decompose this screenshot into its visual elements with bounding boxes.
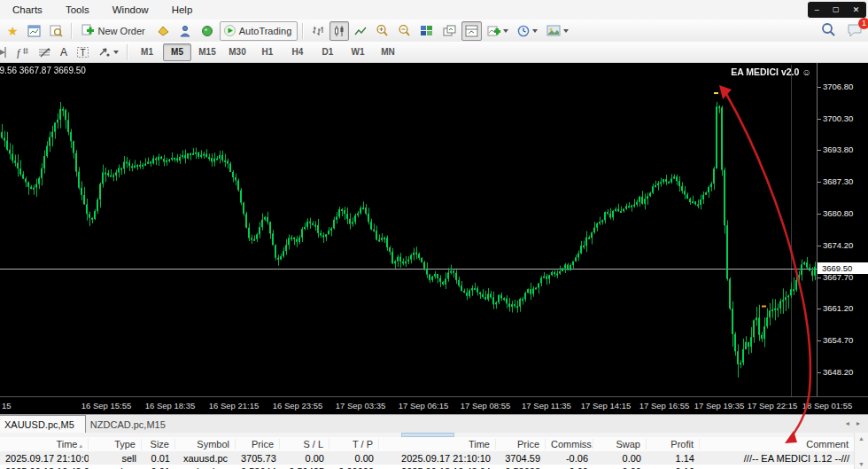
draw-lines-button[interactable] xyxy=(35,43,55,62)
table-cell: -0.06 xyxy=(546,453,593,464)
bar-chart-icon xyxy=(312,25,324,37)
zoom-out-button[interactable] xyxy=(394,21,415,41)
timeframe-m15[interactable]: M15 xyxy=(193,43,221,61)
table-cell: xauusd.pc xyxy=(175,453,236,464)
column-header[interactable]: T / P xyxy=(329,439,379,449)
column-header[interactable]: Symbol xyxy=(175,439,236,449)
time-tick: 18 Sep 01:55 xyxy=(802,401,853,410)
search-icon[interactable] xyxy=(821,22,836,37)
column-header[interactable]: Swap xyxy=(593,439,647,449)
vertical-scrollbar[interactable]: ▲▼ xyxy=(854,433,868,469)
menu-window[interactable]: Window xyxy=(112,4,149,15)
timeframe-d1[interactable]: D1 xyxy=(314,43,342,61)
table-cell: 2025.09.18 10:43:04 xyxy=(0,466,89,469)
timeframe-m5[interactable]: M5 xyxy=(163,43,191,61)
timeframe-h1[interactable]: H1 xyxy=(253,43,282,61)
navigator-person-icon xyxy=(179,25,192,37)
column-header[interactable]: Comment xyxy=(700,439,855,449)
chart-window-icon xyxy=(27,25,41,37)
clock-icon xyxy=(517,25,530,37)
toolbar-separator xyxy=(71,23,73,39)
navigator-button[interactable] xyxy=(175,21,196,41)
timeframe-m1[interactable]: M1 xyxy=(133,43,161,61)
chart-window-button[interactable] xyxy=(24,21,44,41)
column-header[interactable]: Price xyxy=(236,439,280,449)
table-cell: 0.01 xyxy=(142,453,175,464)
zoom-in-button[interactable] xyxy=(372,21,392,41)
timeframe-h4[interactable]: H4 xyxy=(283,43,312,61)
candlestick-chart-button[interactable] xyxy=(329,21,349,41)
column-header[interactable]: Time▴ xyxy=(0,439,89,449)
text-box-button[interactable]: T xyxy=(73,43,93,62)
column-header[interactable]: Time xyxy=(379,439,496,449)
tab-xauusd-pc-m5[interactable]: XAUUSD.pc,M5 xyxy=(0,415,86,434)
mt4-window: ChartsToolsWindowHelp – ▢ ✕ ★ New Order xyxy=(0,0,868,469)
time-tick: 17 Sep 22:15 xyxy=(748,401,798,410)
close-button[interactable]: ✕ xyxy=(853,6,860,14)
indicators-button[interactable] xyxy=(484,21,512,41)
autotrading-label: AutoTrading xyxy=(239,26,292,36)
column-header[interactable]: S / L xyxy=(280,439,329,449)
cascade-windows-button[interactable] xyxy=(439,21,460,41)
notifications-button[interactable]: 1 xyxy=(847,23,863,37)
chart-canvas[interactable] xyxy=(0,65,817,397)
column-header[interactable]: Size xyxy=(142,439,175,449)
table-cell: 3704.59 xyxy=(496,453,546,464)
favorites-button[interactable]: ★ xyxy=(4,21,22,41)
table-row[interactable]: 2025.09.17 21:10:00sell0.01xauusd.pc3705… xyxy=(0,451,855,465)
scroll-up-icon[interactable]: ▲ xyxy=(858,435,864,442)
column-header[interactable]: Profit xyxy=(647,439,700,449)
table-cell: 0.00 xyxy=(280,453,329,464)
drawing-toolbar: f A T M1M5M15M30H1H4D1W1MN xyxy=(0,42,868,63)
minimize-button[interactable]: – xyxy=(815,6,819,14)
column-header[interactable]: Type xyxy=(89,439,142,449)
arrows-button[interactable] xyxy=(95,43,122,62)
autotrading-button[interactable]: AutoTrading xyxy=(220,21,298,41)
tab-nzdcad-pc-m15[interactable]: NZDCAD.pc,M15 xyxy=(79,415,177,434)
time-tick: 15 xyxy=(2,401,12,410)
price-tick: 3661.20 xyxy=(823,303,853,313)
table-cell: 2025.09.18 10:43:04 xyxy=(379,466,496,469)
table-header-row: Time▴TypeSizeSymbolPriceS / LT / PTimePr… xyxy=(0,437,855,451)
text-label-button[interactable]: A xyxy=(57,43,71,62)
table-row[interactable]: 2025.09.18 10:43:04buy0.01nzdcad.pc0.586… xyxy=(0,465,855,469)
arrows-icon xyxy=(98,46,111,58)
time-tick: 17 Sep 08:55 xyxy=(461,401,511,410)
column-header[interactable]: Price xyxy=(496,439,546,449)
zoom-out-icon xyxy=(398,24,411,37)
chevron-down-icon xyxy=(532,29,538,33)
timeframe-m30[interactable]: M30 xyxy=(223,43,252,61)
time-tick: 16 Sep 18:35 xyxy=(145,401,196,410)
column-header[interactable]: Commiss... xyxy=(546,439,593,449)
signals-button[interactable] xyxy=(198,21,218,41)
market-watch-button[interactable] xyxy=(153,21,174,41)
notification-badge: 1 xyxy=(858,18,868,29)
menu-help[interactable]: Help xyxy=(172,4,193,15)
timeframe-w1[interactable]: W1 xyxy=(344,43,372,61)
periods-button[interactable] xyxy=(514,21,541,41)
templates-button[interactable] xyxy=(543,21,572,41)
restore-button[interactable]: ▢ xyxy=(833,6,840,13)
tab-scroll-arrows[interactable]: ◂ ▸ xyxy=(846,419,863,427)
price-axis[interactable]: 3706.803700.303693.803687.303680.803674.… xyxy=(817,63,868,397)
table-cell: 0.00 xyxy=(329,453,379,464)
line-chart-button[interactable] xyxy=(351,21,370,41)
time-tick: 16 Sep 21:15 xyxy=(209,401,260,410)
arrange-windows-button[interactable] xyxy=(461,21,482,41)
bar-chart-button[interactable] xyxy=(308,21,328,41)
new-order-button[interactable]: New Order xyxy=(77,21,151,41)
time-tick: 17 Sep 19:35 xyxy=(694,401,745,410)
tile-windows-button[interactable] xyxy=(416,21,438,41)
scroll-down-icon[interactable]: ▼ xyxy=(858,461,864,467)
menu-charts[interactable]: Charts xyxy=(12,4,43,15)
toolbar-separator xyxy=(302,23,304,39)
cursor-button[interactable] xyxy=(0,43,11,62)
chart-magnifier-icon xyxy=(50,25,63,37)
chart-profile-button[interactable] xyxy=(46,21,66,41)
time-axis[interactable]: 1516 Sep 15:5516 Sep 18:3516 Sep 21:1516… xyxy=(0,396,868,415)
expert-advisors-button[interactable]: f xyxy=(12,43,33,62)
timeframe-mn[interactable]: MN xyxy=(374,43,402,61)
table-cell: ///-- EA MEDICI 1.12 --/// xyxy=(700,453,855,464)
menu-tools[interactable]: Tools xyxy=(66,4,89,15)
star-icon: ★ xyxy=(7,25,19,37)
